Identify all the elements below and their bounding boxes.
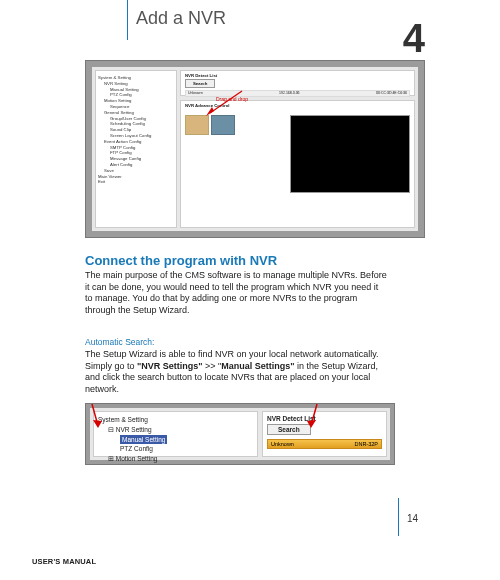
drag-drop-label: Drag and drop	[216, 96, 248, 102]
search-button[interactable]: Search	[185, 79, 215, 88]
section-heading: Connect the program with NVR	[85, 253, 277, 268]
nvr-thumbnail[interactable]	[211, 115, 235, 135]
chapter-number: 4	[403, 16, 425, 61]
chapter-title: Add a NVR	[136, 8, 226, 29]
preview-pane	[290, 115, 410, 193]
sub-heading: Automatic Search:	[85, 337, 154, 347]
page-number: 14	[407, 513, 418, 524]
figure-main-screenshot: System & Setting NVR Setting Manual Sett…	[85, 60, 425, 238]
figure-small-screenshot: System & Setting ⊟ NVR Setting Manual Se…	[85, 403, 395, 465]
nvr-detect-panel: NVR Detect List Search Unknown 192.168.3…	[180, 70, 415, 96]
nvr-thumbnail[interactable]	[185, 115, 209, 135]
settings-tree-small: System & Setting ⊟ NVR Setting Manual Se…	[93, 411, 258, 457]
nvr-detect-panel-small: NVR Detect List Search Unknown DNR-32P	[262, 411, 387, 457]
search-button[interactable]: Search	[267, 424, 311, 435]
settings-tree: System & Setting NVR Setting Manual Sett…	[95, 70, 177, 228]
found-nvr-row[interactable]: Unknown DNR-32P	[267, 439, 382, 449]
footer-label: USER'S MANUAL	[32, 557, 96, 566]
svg-line-2	[92, 404, 97, 422]
body-paragraph-1: The main purpose of the CMS software is …	[85, 270, 387, 316]
body-paragraph-2: The Setup Wizard is able to find NVR on …	[85, 349, 387, 395]
nvr-advance-panel: NVR Advance Control	[180, 100, 415, 228]
